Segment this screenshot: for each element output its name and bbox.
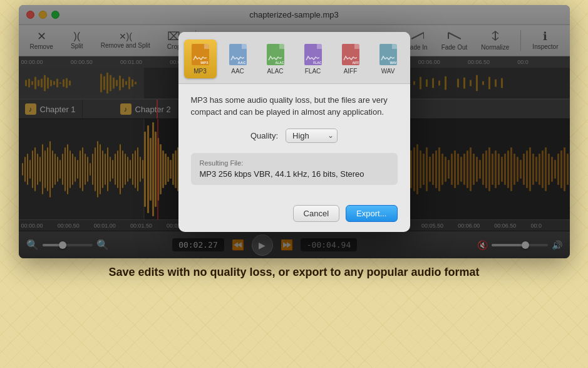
modal-description: MP3 has some audio quality loss, but the… <box>191 94 398 118</box>
alac-icon: ALAC <box>266 43 286 66</box>
format-tab-flac[interactable]: FLAC FLAC <box>297 39 329 78</box>
flac-label: FLAC <box>305 68 321 75</box>
wav-label: WAV <box>381 68 395 75</box>
export-button[interactable]: Export... <box>346 205 397 222</box>
modal-body: MP3 has some audio quality loss, but the… <box>178 84 410 205</box>
resulting-value: MP3 256 kbps VBR, 44.1 kHz, 16 bits, Ste… <box>200 169 389 179</box>
aac-icon: AAC <box>228 43 248 66</box>
aiff-label: AIFF <box>344 68 358 75</box>
caption: Save edits with no quality loss, or expo… <box>19 266 570 279</box>
quality-select-wrapper[interactable]: Low Medium High Best <box>286 129 338 143</box>
cancel-button[interactable]: Cancel <box>293 205 339 222</box>
wav-icon: WAV <box>378 43 398 66</box>
quality-select[interactable]: Low Medium High Best <box>286 129 338 143</box>
resulting-file-box: Resulting File: MP3 256 kbps VBR, 44.1 k… <box>191 153 398 185</box>
modal-footer: Cancel Export... <box>178 205 410 232</box>
format-tab-mp3[interactable]: MP3 MP3 <box>184 39 217 78</box>
aac-label: AAC <box>231 68 244 75</box>
aiff-icon: AIFF <box>341 43 361 66</box>
format-tab-alac[interactable]: ALAC ALAC <box>259 39 292 78</box>
modal-overlay: MP3 MP3 AAC AAC <box>19 5 570 258</box>
resulting-label: Resulting File: <box>200 159 389 167</box>
mp3-label: MP3 <box>193 68 207 75</box>
format-tabs: MP3 MP3 AAC AAC <box>178 32 410 84</box>
app-window: chapterized-sample.mp3 ✕ Remove )( Split… <box>19 5 570 258</box>
format-tab-aac[interactable]: AAC AAC <box>222 39 254 78</box>
export-modal: MP3 MP3 AAC AAC <box>178 32 410 232</box>
quality-label: Quality: <box>250 131 278 140</box>
alac-label: ALAC <box>267 68 283 75</box>
quality-row: Quality: Low Medium High Best <box>191 129 398 143</box>
mp3-icon: MP3 <box>190 43 210 66</box>
format-tab-wav[interactable]: WAV WAV <box>372 39 405 78</box>
flac-icon: FLAC <box>303 43 323 66</box>
format-tab-aiff[interactable]: AIFF AIFF <box>334 39 367 78</box>
